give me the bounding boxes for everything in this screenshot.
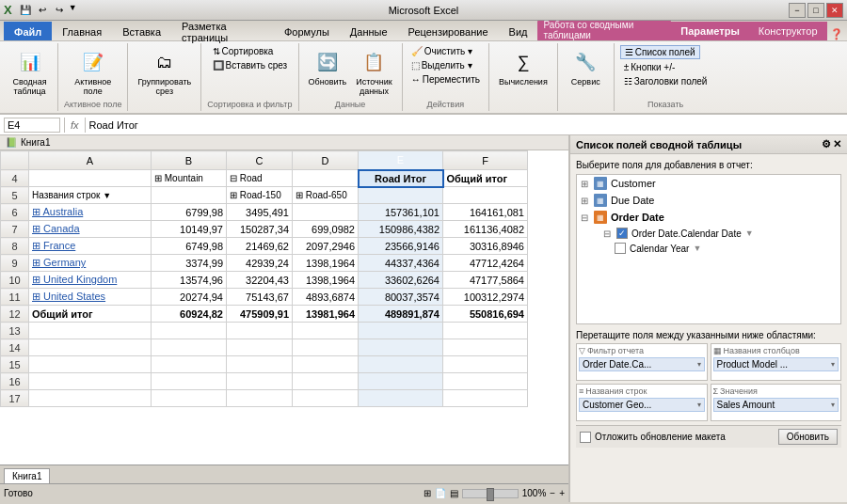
drag-area-filter[interactable]: ▽ Фильтр отчета Order Date.Ca... ▾ <box>576 343 708 381</box>
cell-D8[interactable]: 2097,2946 <box>293 238 359 255</box>
cell-F11[interactable]: 100312,2974 <box>443 289 528 306</box>
field-item-calendar-year[interactable]: Calendar Year ▼ <box>577 241 840 256</box>
cell-F5[interactable] <box>443 187 528 204</box>
cell-D6[interactable] <box>293 204 359 221</box>
group-button[interactable]: 🗂 Группироватьсрез <box>134 45 195 98</box>
drag-area-columns[interactable]: ▦ Названия столбцов Product Model ... ▾ <box>711 343 842 381</box>
cell-E8[interactable]: 23566,9146 <box>359 238 443 255</box>
pivot-table-button[interactable]: 📊 Своднаятаблица <box>8 45 50 98</box>
cell-B6[interactable]: 6799,98 <box>152 204 227 221</box>
cell-D11[interactable]: 4893,6874 <box>293 289 359 306</box>
grid-view-icon[interactable]: ⊞ <box>424 488 431 498</box>
tab-data[interactable]: Данные <box>340 22 398 40</box>
tab-home[interactable]: Главная <box>52 22 112 40</box>
rows-dropdown-icon[interactable]: ▾ <box>697 401 701 409</box>
zoom-thumb[interactable] <box>487 488 494 501</box>
sheet-tab-book1[interactable]: Книга1 <box>4 468 50 483</box>
select-button[interactable]: ⬚ Выделить ▾ <box>408 59 475 71</box>
cell-B7[interactable]: 10149,97 <box>152 221 227 238</box>
defer-update-checkbox[interactable] <box>580 432 591 443</box>
col-E[interactable]: E <box>359 151 443 170</box>
cell-E5[interactable] <box>359 187 443 204</box>
field-headers-button[interactable]: ☷ Заголовки полей <box>620 75 711 87</box>
update-button[interactable]: Обновить <box>778 429 838 445</box>
help-icon[interactable]: ❓ <box>830 28 843 40</box>
cell-D7[interactable]: 699,0982 <box>293 221 359 238</box>
cell-B11[interactable]: 20274,94 <box>152 289 227 306</box>
expand-buttons-button[interactable]: ± Кнопки +/- <box>620 61 679 73</box>
panel-close-icon[interactable]: ✕ <box>833 138 841 150</box>
col-B[interactable]: B <box>152 151 227 170</box>
cell-E10[interactable]: 33602,6264 <box>359 272 443 289</box>
col-F[interactable]: F <box>443 151 528 170</box>
cell-B10[interactable]: 13574,96 <box>152 272 227 289</box>
expand-due-date[interactable]: ⊞ <box>581 196 590 206</box>
col-D[interactable]: D <box>293 151 359 170</box>
cell-F7[interactable]: 161136,4082 <box>443 221 528 238</box>
zoom-in-icon[interactable]: + <box>559 488 565 498</box>
cell-A10[interactable]: ⊞ United Kingdom <box>29 272 152 289</box>
preview-icon[interactable]: ▤ <box>450 488 458 498</box>
cell-D4[interactable] <box>293 170 359 187</box>
cell-B8[interactable]: 6749,98 <box>152 238 227 255</box>
cell-D9[interactable]: 1398,1964 <box>293 255 359 272</box>
expand-order-date[interactable]: ⊟ <box>581 213 590 223</box>
col-C[interactable]: C <box>227 151 293 170</box>
grid-container[interactable]: A B C D E F 4 ⊞ Mountain ⊟ Road <box>0 150 568 465</box>
cell-D10[interactable]: 1398,1964 <box>293 272 359 289</box>
cell-F12[interactable]: 550816,694 <box>443 306 528 323</box>
field-item-order-date[interactable]: ⊟ ▦ Order Date <box>577 209 840 226</box>
drag-area-values[interactable]: Σ Значения Sales Amount ▾ <box>711 384 842 421</box>
tab-constructor[interactable]: Конструктор <box>749 22 827 40</box>
tab-file[interactable]: Файл <box>4 22 52 40</box>
cell-E4[interactable]: Road Итог <box>359 170 443 187</box>
filter-chip-order-date[interactable]: Order Date.Ca... ▾ <box>579 357 705 371</box>
calendar-date-filter-icon[interactable]: ▼ <box>745 228 754 238</box>
cell-F9[interactable]: 47712,4264 <box>443 255 528 272</box>
service-button[interactable]: 🔧 Сервис <box>567 45 604 88</box>
calendar-year-checkbox[interactable] <box>615 243 626 254</box>
cell-A9[interactable]: ⊞ Germany <box>29 255 152 272</box>
cell-A6[interactable]: ⊞ Australia <box>29 204 152 221</box>
cell-D5[interactable]: ⊞ Road-650 <box>293 187 359 204</box>
tab-page-layout[interactable]: Разметка страницы <box>171 22 274 40</box>
customize-icon[interactable]: ▼ <box>69 3 77 18</box>
calendar-date-checkbox[interactable]: ✓ <box>616 228 628 239</box>
tab-view[interactable]: Вид <box>499 22 538 40</box>
formula-input[interactable] <box>89 119 843 131</box>
refresh-button[interactable]: 🔄 Обновить <box>305 45 351 88</box>
minimize-button[interactable]: − <box>789 3 806 18</box>
cell-A5[interactable]: Названия строк ▼ <box>29 187 152 204</box>
cell-E12[interactable]: 489891,874 <box>359 306 443 323</box>
redo-icon[interactable]: ↪ <box>52 3 67 18</box>
cell-A7[interactable]: ⊞ Canada <box>29 221 152 238</box>
zoom-slider[interactable] <box>462 489 519 498</box>
cell-E7[interactable]: 150986,4382 <box>359 221 443 238</box>
tab-parameters[interactable]: Параметры <box>671 22 748 40</box>
rows-chip-customer-geo[interactable]: Customer Geo... ▾ <box>579 398 705 412</box>
cell-C6[interactable]: 3495,491 <box>227 204 293 221</box>
field-item-due-date[interactable]: ⊞ ▦ Due Date <box>577 192 840 209</box>
calendar-year-filter-icon[interactable]: ▼ <box>693 244 701 253</box>
cell-F10[interactable]: 47177,5864 <box>443 272 528 289</box>
calculations-button[interactable]: ∑ Вычисления <box>495 45 551 88</box>
field-item-calendar-date[interactable]: ⊟ ✓ Order Date.Calendar Date ▼ <box>577 226 840 241</box>
cell-A11[interactable]: ⊞ United States <box>29 289 152 306</box>
clear-button[interactable]: 🧹 Очистить ▾ <box>408 45 475 57</box>
field-item-customer[interactable]: ⊞ ▦ Customer <box>577 175 840 192</box>
columns-chip-product-model[interactable]: Product Model ... ▾ <box>713 357 839 371</box>
columns-dropdown-icon[interactable]: ▾ <box>831 360 835 369</box>
cell-B12[interactable]: 60924,82 <box>152 306 227 323</box>
values-chip-sales-amount[interactable]: Sales Amount ▾ <box>713 398 839 412</box>
cell-A4[interactable] <box>29 170 152 187</box>
expand-calendar-date[interactable]: ⊟ <box>603 228 613 239</box>
cell-E6[interactable]: 157361,101 <box>359 204 443 221</box>
save-icon[interactable]: 💾 <box>18 3 33 18</box>
values-dropdown-icon[interactable]: ▾ <box>831 401 835 409</box>
tab-review[interactable]: Рецензирование <box>398 22 499 40</box>
data-source-button[interactable]: 📋 Источникданных <box>352 45 395 98</box>
expand-customer[interactable]: ⊞ <box>581 179 590 189</box>
maximize-button[interactable]: □ <box>807 3 824 18</box>
col-A[interactable]: A <box>29 151 152 170</box>
zoom-out-icon[interactable]: − <box>550 488 555 498</box>
